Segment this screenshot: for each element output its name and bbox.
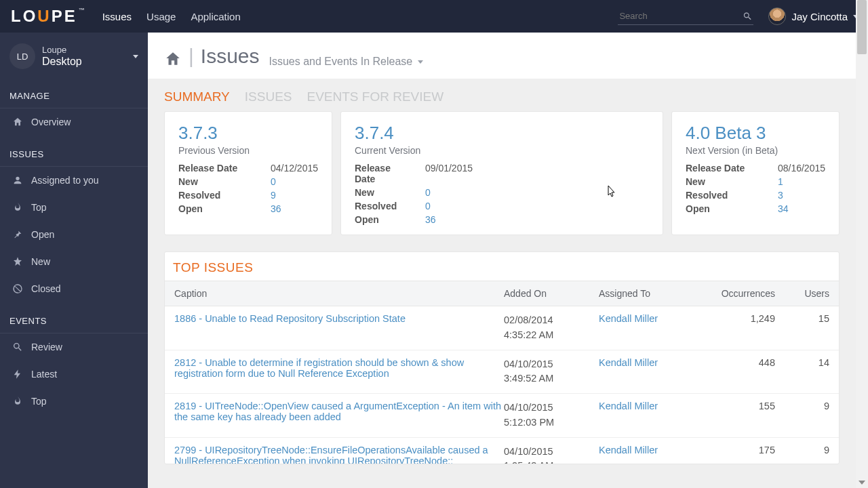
tab-summary[interactable]: SUMMARY bbox=[164, 89, 230, 104]
value-resolved[interactable]: 9 bbox=[271, 190, 318, 201]
sidebar-header-manage: MANAGE bbox=[0, 84, 148, 108]
user-name: Jay Cincotta bbox=[791, 11, 848, 22]
ban-icon bbox=[12, 283, 23, 294]
sidebar-item-label: Closed bbox=[31, 283, 61, 294]
app-switcher[interactable]: LD Loupe Desktop bbox=[0, 33, 148, 84]
sidebar-item-events-top[interactable]: Top bbox=[0, 388, 148, 415]
issue-link[interactable]: 2812 - Unable to determine if registrati… bbox=[174, 357, 464, 379]
value-new[interactable]: 0 bbox=[425, 187, 649, 198]
sidebar-header-events: EVENTS bbox=[0, 309, 148, 333]
value-open[interactable]: 34 bbox=[778, 203, 825, 214]
star-icon bbox=[12, 256, 23, 267]
flame-icon bbox=[12, 396, 23, 407]
label-open: Open bbox=[686, 203, 757, 214]
sidebar-item-label: Top bbox=[31, 202, 47, 213]
brand-pre: LO bbox=[11, 7, 37, 25]
assignee-link[interactable]: Kendall Miller bbox=[599, 401, 658, 411]
col-assigned[interactable]: Assigned To bbox=[599, 288, 694, 299]
assignee-link[interactable]: Kendall Miller bbox=[599, 445, 658, 455]
search-input[interactable] bbox=[619, 11, 742, 21]
breadcrumb-label: Issues and Events In Release bbox=[269, 56, 413, 68]
chevron-down-icon bbox=[133, 55, 138, 58]
sidebar-item-overview[interactable]: Overview bbox=[0, 108, 148, 136]
sidebar-item-open[interactable]: Open bbox=[0, 221, 148, 248]
home-icon bbox=[12, 117, 23, 127]
col-occurrences[interactable]: Occurrences bbox=[694, 288, 775, 299]
brand-accent: U bbox=[37, 7, 51, 25]
table-row[interactable]: 2812 - Unable to determine if registrati… bbox=[165, 350, 839, 394]
card-current-version: 3.7.4 Current Version Release Date09/01/… bbox=[340, 111, 663, 235]
label-open: Open bbox=[178, 203, 250, 214]
search-icon bbox=[12, 342, 23, 352]
user-icon bbox=[12, 175, 23, 186]
value-open[interactable]: 36 bbox=[271, 203, 318, 214]
version-number[interactable]: 3.7.3 bbox=[178, 123, 318, 144]
brand-logo[interactable]: LOUPE™ bbox=[5, 7, 90, 26]
bolt-icon bbox=[12, 369, 23, 380]
table-row[interactable]: 2799 - UIRepositoryTreeNode::EnsureFileO… bbox=[165, 438, 839, 464]
sidebar-item-closed[interactable]: Closed bbox=[0, 275, 148, 302]
sidebar-item-label: Overview bbox=[31, 117, 71, 127]
label-resolved: Resolved bbox=[355, 201, 405, 211]
label-new: New bbox=[686, 176, 757, 187]
brand-post: PE bbox=[52, 7, 77, 25]
cell-occurrences: 155 bbox=[694, 401, 775, 411]
cell-users: 15 bbox=[775, 313, 829, 324]
sidebar-item-top[interactable]: Top bbox=[0, 194, 148, 221]
table-body[interactable]: 1886 - Unable to Read Repository Subscri… bbox=[165, 306, 839, 464]
value-resolved[interactable]: 0 bbox=[425, 201, 649, 211]
content-tabs: SUMMARY ISSUES EVENTS FOR REVIEW bbox=[148, 79, 856, 111]
tab-issues[interactable]: ISSUES bbox=[245, 89, 292, 104]
cell-added: 04/10/2015 1:25:43 AM bbox=[504, 445, 599, 464]
value-new[interactable]: 0 bbox=[271, 176, 318, 187]
assignee-link[interactable]: Kendall Miller bbox=[599, 313, 658, 324]
search-box[interactable] bbox=[618, 8, 753, 25]
main-content: | Issues Issues and Events In Release SU… bbox=[148, 33, 856, 488]
cell-occurrences: 1,249 bbox=[694, 313, 775, 324]
version-cards: 3.7.3 Previous Version Release Date04/12… bbox=[148, 111, 856, 235]
value-new[interactable]: 1 bbox=[778, 176, 825, 187]
table-row[interactable]: 1886 - Unable to Read Repository Subscri… bbox=[165, 306, 839, 350]
top-nav: Issues Usage Application bbox=[102, 11, 241, 22]
cell-occurrences: 448 bbox=[694, 357, 775, 368]
nav-usage[interactable]: Usage bbox=[146, 11, 176, 22]
cell-users: 9 bbox=[775, 401, 829, 411]
app-sub: Desktop bbox=[42, 56, 82, 68]
scroll-thumb[interactable] bbox=[857, 0, 867, 54]
sidebar-item-latest[interactable]: Latest bbox=[0, 361, 148, 388]
nav-issues[interactable]: Issues bbox=[102, 11, 132, 22]
issue-link[interactable]: 1886 - Unable to Read Repository Subscri… bbox=[174, 313, 406, 324]
cell-added: 04/10/2015 5:12:03 PM bbox=[504, 401, 599, 430]
sidebar-item-assigned[interactable]: Assigned to you bbox=[0, 167, 148, 194]
card-previous-version: 3.7.3 Previous Version Release Date04/12… bbox=[164, 111, 332, 235]
scroll-down-icon[interactable] bbox=[856, 477, 868, 488]
app-name: Loupe bbox=[42, 45, 82, 56]
sidebar-item-label: Assigned to you bbox=[31, 175, 99, 186]
issue-link[interactable]: 2799 - UIRepositoryTreeNode::EnsureFileO… bbox=[174, 445, 488, 464]
page-header: | Issues Issues and Events In Release bbox=[148, 33, 856, 79]
user-menu[interactable]: Jay Cincotta bbox=[768, 7, 859, 25]
page-title: Issues bbox=[201, 45, 260, 68]
col-caption[interactable]: Caption bbox=[174, 288, 504, 299]
col-added[interactable]: Added On bbox=[504, 288, 599, 299]
issue-link[interactable]: 2819 - UITreeNode::OpenView caused a Arg… bbox=[174, 401, 501, 422]
label-resolved: Resolved bbox=[686, 190, 757, 201]
avatar bbox=[768, 7, 786, 25]
top-issues-panel: TOP ISSUES Caption Added On Assigned To … bbox=[164, 251, 840, 464]
breadcrumb-dropdown[interactable]: Issues and Events In Release bbox=[269, 56, 424, 68]
sidebar-item-new[interactable]: New bbox=[0, 248, 148, 275]
version-sub: Next Version (in Beta) bbox=[686, 145, 825, 156]
sidebar-item-label: Latest bbox=[31, 369, 57, 380]
sidebar-item-review[interactable]: Review bbox=[0, 333, 148, 361]
tab-events-for-review[interactable]: EVENTS FOR REVIEW bbox=[307, 89, 443, 104]
version-number[interactable]: 4.0 Beta 3 bbox=[686, 123, 825, 144]
value-resolved[interactable]: 3 bbox=[778, 190, 825, 201]
version-number[interactable]: 3.7.4 bbox=[355, 123, 649, 144]
cell-added: 04/10/2015 3:49:52 AM bbox=[504, 357, 599, 387]
table-row[interactable]: 2819 - UITreeNode::OpenView caused a Arg… bbox=[165, 394, 839, 438]
col-users[interactable]: Users bbox=[775, 288, 829, 299]
page-scrollbar[interactable] bbox=[856, 0, 868, 488]
nav-application[interactable]: Application bbox=[191, 11, 240, 22]
value-open[interactable]: 36 bbox=[425, 214, 649, 225]
assignee-link[interactable]: Kendall Miller bbox=[599, 357, 658, 368]
